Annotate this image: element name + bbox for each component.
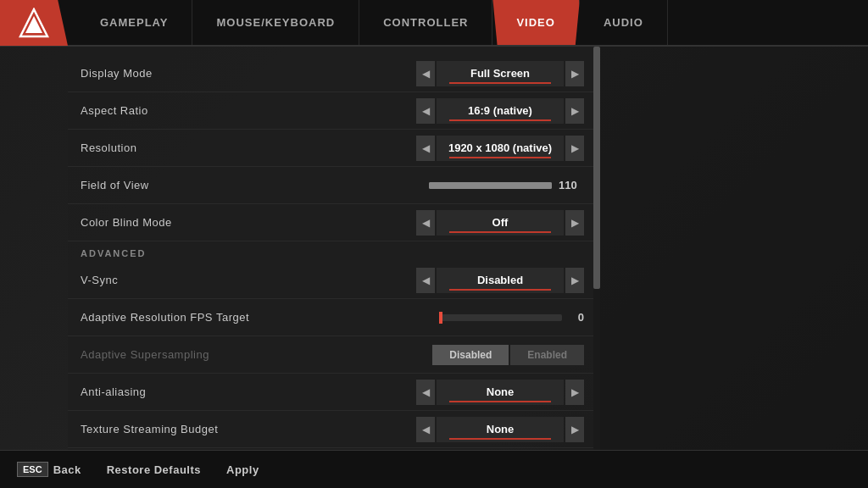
adaptive-res-thumb — [439, 312, 442, 324]
anti-aliasing-value-box: None — [437, 380, 564, 405]
adaptive-res-slider[interactable] — [439, 314, 562, 321]
bottom-bar: ESC Back Restore Defaults Apply — [0, 450, 868, 488]
adaptive-ss-enabled-btn[interactable]: Enabled — [510, 345, 584, 365]
nav-tabs: GAMEPLAY MOUSE/KEYBOARD CONTROLLER VIDEO… — [76, 0, 668, 45]
tab-gameplay[interactable]: GAMEPLAY — [76, 0, 192, 45]
color-blind-next[interactable]: ▶ — [565, 210, 584, 236]
aspect-ratio-next[interactable]: ▶ — [565, 98, 584, 124]
display-mode-value-box: Full Screen — [437, 61, 564, 86]
settings-panel: Display Mode ◀ Full Screen ▶ Aspect Rati… — [68, 47, 597, 450]
texture-budget-row: Texture Streaming Budget ◀ None ▶ — [68, 411, 597, 448]
esc-key: ESC — [17, 462, 48, 477]
texture-budget-prev[interactable]: ◀ — [416, 417, 435, 442]
tab-audio[interactable]: AUDIO — [580, 0, 668, 45]
restore-defaults-button[interactable]: Restore Defaults — [107, 463, 201, 476]
back-action[interactable]: ESC Back — [17, 462, 81, 477]
adaptive-res-label: Adaptive Resolution FPS Target — [81, 311, 439, 324]
color-blind-row: Color Blind Mode ◀ Off ▶ — [68, 204, 597, 241]
texture-budget-underline — [449, 438, 551, 440]
tab-video[interactable]: VIDEO — [492, 0, 579, 45]
fov-control: 110 — [429, 179, 584, 191]
fov-label: Field of View — [81, 179, 429, 191]
resolution-value-box: 1920 x 1080 (native) — [437, 136, 564, 161]
adaptive-res-control: 0 — [439, 311, 584, 324]
tab-mouse-keyboard[interactable]: MOUSE/KEYBOARD — [192, 0, 359, 45]
vsync-label: V-Sync — [81, 274, 416, 286]
svg-marker-1 — [25, 16, 42, 33]
anti-aliasing-control: ◀ None ▶ — [416, 380, 584, 405]
display-mode-control: ◀ Full Screen ▶ — [416, 61, 584, 86]
aspect-ratio-label: Aspect Ratio — [81, 104, 416, 117]
adaptive-ss-control: Disabled Enabled — [432, 345, 584, 365]
aspect-ratio-row: Aspect Ratio ◀ 16:9 (native) ▶ — [68, 92, 597, 130]
adaptive-ss-disabled-btn[interactable]: Disabled — [432, 345, 509, 365]
back-label: Back — [53, 463, 81, 476]
adaptive-ss-label: Adaptive Supersampling — [81, 348, 432, 361]
aspect-ratio-control: ◀ 16:9 (native) ▶ — [416, 98, 584, 124]
anti-aliasing-row: Anti-aliasing ◀ None ▶ — [68, 374, 597, 411]
tab-controller[interactable]: CONTROLLER — [359, 0, 492, 45]
fov-value: 110 — [559, 179, 584, 191]
display-mode-prev[interactable]: ◀ — [416, 61, 435, 86]
texture-budget-value-box: None — [437, 417, 564, 442]
vsync-control: ◀ Disabled ▶ — [416, 268, 584, 293]
color-blind-label: Color Blind Mode — [81, 216, 416, 229]
texture-budget-next[interactable]: ▶ — [565, 417, 584, 442]
color-blind-value-box: Off — [437, 210, 564, 236]
apply-button[interactable]: Apply — [226, 463, 259, 476]
color-blind-control: ◀ Off ▶ — [416, 210, 584, 236]
display-mode-next[interactable]: ▶ — [565, 61, 584, 86]
anti-aliasing-underline — [449, 401, 551, 402]
resolution-next[interactable]: ▶ — [565, 136, 584, 161]
aspect-ratio-value-box: 16:9 (native) — [437, 98, 564, 124]
apex-logo — [19, 8, 49, 38]
vsync-underline — [449, 289, 551, 291]
resolution-underline — [449, 157, 551, 158]
resolution-control: ◀ 1920 x 1080 (native) ▶ — [416, 136, 584, 161]
resolution-label: Resolution — [81, 141, 416, 154]
anti-aliasing-next[interactable]: ▶ — [565, 380, 584, 405]
color-blind-prev[interactable]: ◀ — [416, 210, 435, 236]
anti-aliasing-prev[interactable]: ◀ — [416, 380, 435, 405]
adaptive-res-row: Adaptive Resolution FPS Target 0 — [68, 299, 597, 336]
color-blind-underline — [449, 231, 551, 233]
aspect-ratio-underline — [449, 119, 551, 121]
display-mode-underline — [449, 82, 551, 84]
fov-row: Field of View 110 — [68, 167, 597, 204]
adaptive-res-value: 0 — [567, 311, 584, 324]
display-mode-row: Display Mode ◀ Full Screen ▶ — [68, 55, 597, 92]
resolution-prev[interactable]: ◀ — [416, 136, 435, 161]
logo-area — [0, 0, 68, 46]
fov-slider-track[interactable] — [429, 182, 552, 189]
scrollbar-thumb[interactable] — [593, 47, 600, 289]
anti-aliasing-label: Anti-aliasing — [81, 385, 416, 398]
vsync-row: V-Sync ◀ Disabled ▶ — [68, 262, 597, 299]
right-panel — [597, 47, 868, 450]
resolution-row: Resolution ◀ 1920 x 1080 (native) ▶ — [68, 130, 597, 167]
adaptive-ss-row: Adaptive Supersampling Disabled Enabled — [68, 336, 597, 374]
fov-slider-fill — [429, 182, 552, 189]
scrollbar-area — [593, 47, 600, 450]
texture-budget-control: ◀ None ▶ — [416, 417, 584, 442]
aspect-ratio-prev[interactable]: ◀ — [416, 98, 435, 124]
vsync-next[interactable]: ▶ — [565, 268, 584, 293]
display-mode-label: Display Mode — [81, 67, 416, 80]
texture-budget-label: Texture Streaming Budget — [81, 423, 416, 435]
vsync-prev[interactable]: ◀ — [416, 268, 435, 293]
advanced-section-header: ADVANCED — [68, 241, 597, 262]
nav-bar: GAMEPLAY MOUSE/KEYBOARD CONTROLLER VIDEO… — [0, 0, 868, 47]
vsync-value-box: Disabled — [437, 268, 564, 293]
